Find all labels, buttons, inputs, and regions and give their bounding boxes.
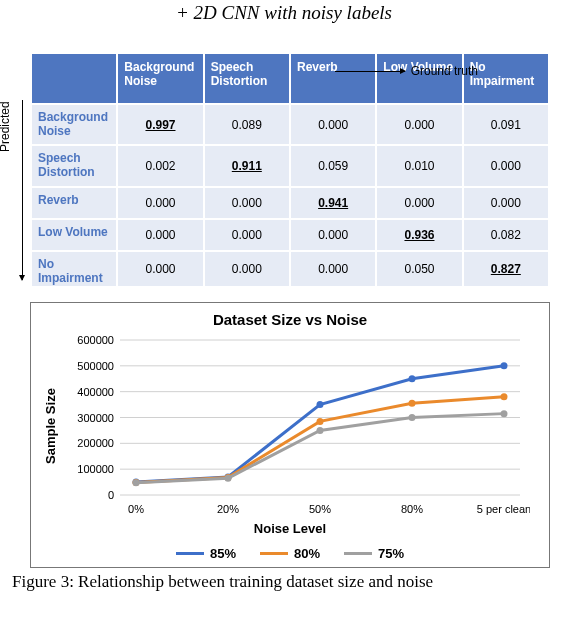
legend-item: 85%: [176, 546, 236, 561]
svg-point-22: [409, 375, 416, 382]
cell: 0.827: [464, 252, 548, 286]
row-header: Low Volume: [32, 220, 116, 250]
svg-point-29: [133, 479, 140, 486]
svg-point-27: [409, 399, 416, 406]
title-line: + 2D CNN with noisy labels: [0, 2, 568, 24]
cell: 0.082: [464, 220, 548, 250]
cell: 0.997: [118, 105, 202, 145]
cell: 0.059: [291, 146, 375, 186]
cell: 0.000: [291, 105, 375, 145]
ground-truth-axis: Ground truth: [335, 64, 478, 78]
col-header: Reverb: [291, 54, 375, 103]
row-header: Reverb: [32, 188, 116, 218]
cell: 0.000: [118, 220, 202, 250]
svg-point-33: [501, 410, 508, 417]
chart-title: Dataset Size vs Noise: [41, 311, 539, 328]
svg-point-30: [225, 474, 232, 481]
ground-truth-label: Ground truth: [411, 64, 478, 78]
cell: 0.089: [205, 105, 289, 145]
svg-point-23: [501, 362, 508, 369]
svg-text:50%: 50%: [309, 503, 331, 515]
x-axis-label: Noise Level: [41, 521, 539, 536]
cell: 0.000: [291, 220, 375, 250]
legend-item: 80%: [260, 546, 320, 561]
col-header: Background Noise: [118, 54, 202, 103]
table-row: Speech Distortion 0.002 0.911 0.059 0.01…: [32, 146, 548, 186]
cell: 0.000: [377, 188, 461, 218]
figure-caption: Figure 3: Relationship between training …: [12, 572, 556, 592]
svg-point-32: [409, 414, 416, 421]
cell: 0.000: [118, 252, 202, 286]
chart-legend: 85%80%75%: [41, 546, 539, 561]
cell: 0.000: [205, 188, 289, 218]
svg-text:200000: 200000: [77, 437, 114, 449]
cell: 0.000: [464, 146, 548, 186]
svg-point-21: [317, 401, 324, 408]
cell: 0.000: [205, 252, 289, 286]
cell: 0.000: [291, 252, 375, 286]
svg-text:400000: 400000: [77, 385, 114, 397]
row-header: Background Noise: [32, 105, 116, 145]
confusion-matrix: Background Noise Speech Distortion Rever…: [30, 52, 550, 288]
svg-text:100000: 100000: [77, 463, 114, 475]
arrow-down-icon: [22, 100, 23, 280]
cell: 0.000: [205, 220, 289, 250]
row-header: No Impairment: [32, 252, 116, 286]
table-row: Background Noise 0.997 0.089 0.000 0.000…: [32, 105, 548, 145]
svg-text:300000: 300000: [77, 411, 114, 423]
cell: 0.000: [377, 105, 461, 145]
legend-item: 75%: [344, 546, 404, 561]
predicted-label: Predicted: [0, 101, 12, 152]
svg-text:0%: 0%: [128, 503, 144, 515]
cell: 0.000: [118, 188, 202, 218]
arrow-right-icon: [335, 71, 405, 72]
cell: 0.050: [377, 252, 461, 286]
cell: 0.941: [291, 188, 375, 218]
table-row: No Impairment 0.000 0.000 0.000 0.050 0.…: [32, 252, 548, 286]
header-row: Background Noise Speech Distortion Rever…: [32, 54, 548, 103]
svg-text:0: 0: [108, 489, 114, 501]
chart-box: Dataset Size vs Noise Sample Size 010000…: [30, 302, 550, 568]
col-header: Low Volume: [377, 54, 461, 103]
table-row: Low Volume 0.000 0.000 0.000 0.936 0.082: [32, 220, 548, 250]
svg-text:500000: 500000: [77, 359, 114, 371]
svg-text:5 per clean: 5 per clean: [477, 503, 530, 515]
cell: 0.010: [377, 146, 461, 186]
svg-point-28: [501, 393, 508, 400]
col-header: Speech Distortion: [205, 54, 289, 103]
cell: 0.091: [464, 105, 548, 145]
corner-cell: [32, 54, 116, 103]
svg-text:20%: 20%: [217, 503, 239, 515]
row-header: Speech Distortion: [32, 146, 116, 186]
confusion-region: Ground truth Predicted Background Noise …: [0, 52, 568, 288]
y-axis-label: Sample Size: [41, 334, 60, 519]
cell: 0.000: [464, 188, 548, 218]
cell: 0.936: [377, 220, 461, 250]
table-row: Reverb 0.000 0.000 0.941 0.000 0.000: [32, 188, 548, 218]
svg-point-26: [317, 417, 324, 424]
col-header: No Impairment: [464, 54, 548, 103]
svg-text:600000: 600000: [77, 334, 114, 346]
cell: 0.002: [118, 146, 202, 186]
chart-plot: 01000002000003000004000005000006000000%2…: [60, 334, 530, 519]
svg-text:80%: 80%: [401, 503, 423, 515]
svg-point-31: [317, 426, 324, 433]
cell: 0.911: [205, 146, 289, 186]
